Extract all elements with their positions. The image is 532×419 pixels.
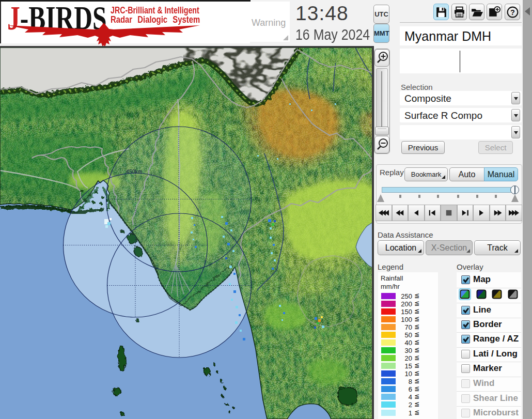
svg-text:?: ? [510, 8, 515, 17]
svg-text:450km: 450km [126, 168, 143, 175]
